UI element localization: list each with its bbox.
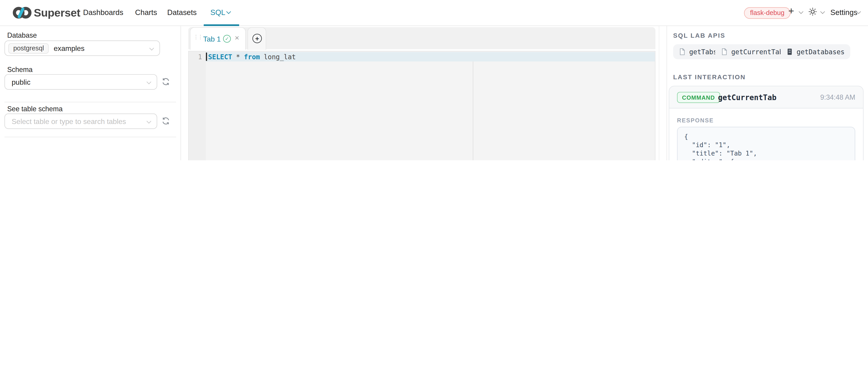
table-select-chevron-icon[interactable] — [147, 119, 151, 124]
database-dialect-tag: postgresql — [8, 43, 49, 54]
card-file-box-icon — [786, 48, 793, 56]
schema-select-value: public — [11, 78, 30, 87]
command-badge: COMMAND — [677, 92, 720, 103]
query-tab[interactable]: ⋮⋮ Tab 1 ✓ × — [190, 27, 246, 50]
editor-line-number: 1 — [189, 53, 202, 61]
table-schema-label: See table schema — [7, 105, 63, 113]
superset-sql-lab: Superset Dashboards Charts Datasets SQL … — [0, 0, 868, 160]
response-json-line: "editor": { — [684, 158, 848, 160]
editor-cursor — [206, 53, 207, 61]
database-label: Database — [7, 32, 37, 39]
left-splitter[interactable] — [181, 26, 181, 160]
last-interaction-title: LAST INTERACTION — [673, 73, 746, 80]
nav-dashboards[interactable]: Dashboards — [83, 8, 123, 17]
database-select[interactable]: postgresql examples — [4, 40, 160, 56]
page-icon — [679, 48, 686, 56]
plus-icon[interactable]: + — [788, 5, 794, 17]
sql-menu-chevron-icon[interactable] — [226, 9, 231, 14]
new-tab-button[interactable]: + — [248, 27, 267, 50]
response-json-line: "title": "Tab 1", — [684, 150, 848, 158]
tab-title[interactable]: Tab 1 — [203, 35, 221, 43]
tab-close-icon[interactable]: × — [235, 33, 239, 42]
table-select[interactable]: Select table or type to search tables — [4, 113, 157, 129]
editor-gutter — [189, 52, 206, 160]
sql-keyword: SELECT — [208, 53, 232, 61]
sql-keyword: from — [244, 53, 260, 61]
nav-settings[interactable]: Settings — [830, 8, 857, 17]
page-icon — [721, 48, 728, 56]
right-panel-border — [666, 26, 667, 160]
schema-refresh-icon[interactable] — [162, 77, 170, 86]
response-code-box: { "id": "1", "title": "Tab 1", "editor":… — [677, 127, 855, 160]
response-json-line: { — [684, 133, 848, 141]
env-badge: flask-debug — [744, 7, 790, 19]
nav-sql[interactable]: SQL — [210, 8, 225, 17]
theme-menu-chevron-icon[interactable] — [820, 9, 825, 14]
sidebar-divider — [4, 137, 176, 137]
superset-logo[interactable] — [12, 4, 32, 21]
database-select-value: examples — [54, 44, 85, 53]
plus-menu-chevron-icon[interactable] — [799, 9, 804, 14]
get-tabs-label: getTabs — [689, 48, 717, 56]
print-margin-line — [473, 62, 473, 160]
editor-code-line: SELECT * from long_lat — [208, 53, 296, 61]
schema-select[interactable]: public — [4, 74, 157, 90]
active-nav-underline — [204, 24, 239, 26]
right-splitter[interactable] — [659, 26, 659, 160]
response-label: RESPONSE — [677, 117, 714, 123]
sql-table-name: long_lat — [264, 53, 296, 61]
table-select-placeholder: Select table or type to search tables — [11, 118, 126, 126]
schema-select-chevron-icon[interactable] — [147, 79, 151, 84]
tab-saved-check-icon: ✓ — [223, 35, 231, 43]
response-json-line: "id": "1", — [684, 141, 848, 150]
get-current-tab-label: getCurrentTab — [731, 48, 783, 56]
top-nav: Superset Dashboards Charts Datasets SQL … — [0, 0, 868, 26]
nav-charts[interactable]: Charts — [135, 8, 157, 17]
database-select-chevron-icon[interactable] — [149, 46, 154, 51]
sidebar-divider — [4, 102, 176, 102]
tab-drag-handle-icon[interactable]: ⋮⋮ — [193, 34, 202, 40]
get-current-tab-button[interactable]: getCurrentTab — [715, 44, 789, 59]
api-panel-title: SQL LAB APIS — [673, 32, 725, 39]
schema-label: Schema — [7, 66, 33, 73]
interaction-card-header: COMMAND getCurrentTab 9:34:48 AM — [669, 86, 863, 108]
interaction-timestamp: 9:34:48 AM — [820, 94, 855, 101]
sql-star: * — [236, 53, 240, 61]
circle-plus-icon: + — [252, 34, 262, 43]
get-databases-label: getDatabases — [797, 48, 845, 56]
sql-editor[interactable]: 1 SELECT * from long_lat — [188, 51, 655, 160]
nav-datasets[interactable]: Datasets — [167, 8, 197, 17]
get-databases-button[interactable]: getDatabases — [781, 44, 850, 59]
brand-wordmark[interactable]: Superset — [34, 7, 81, 19]
theme-sun-icon[interactable] — [808, 7, 817, 16]
command-name: getCurrentTab — [718, 93, 776, 102]
table-refresh-icon[interactable] — [162, 117, 170, 125]
last-interaction-card: COMMAND getCurrentTab 9:34:48 AM RESPONS… — [669, 86, 864, 160]
